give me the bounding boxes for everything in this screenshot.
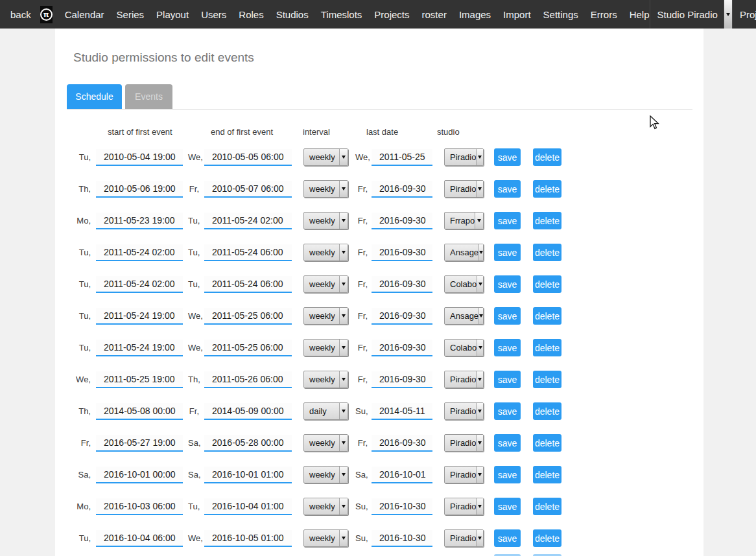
delete-button[interactable]: delete — [533, 244, 561, 261]
last-date-input[interactable] — [372, 181, 432, 198]
nav-menu-item[interactable]: Users — [201, 9, 226, 20]
last-date-input[interactable] — [372, 435, 432, 452]
chevron-down-icon[interactable] — [339, 403, 348, 419]
start-of-first-event-input[interactable] — [96, 371, 183, 388]
interval-select[interactable]: weekly — [303, 498, 348, 515]
nav-menu-item[interactable]: Calendar — [65, 9, 104, 20]
studio-select[interactable]: Piradio — [444, 148, 484, 166]
chevron-down-icon[interactable] — [477, 340, 483, 356]
studio-select[interactable]: Piradio — [444, 180, 484, 198]
nav-menu-item[interactable]: Help — [630, 9, 650, 20]
project-dropdown[interactable]: Project 88vier — [732, 0, 756, 29]
end-of-first-event-input[interactable] — [204, 308, 292, 325]
pi-radio-logo-icon[interactable]: π — [40, 6, 53, 23]
end-of-first-event-input[interactable] — [204, 467, 292, 483]
end-of-first-event-input[interactable] — [204, 213, 292, 229]
save-button[interactable]: save — [494, 498, 521, 515]
end-of-first-event-input[interactable] — [204, 276, 292, 293]
tab-schedule[interactable]: Schedule — [67, 84, 122, 109]
interval-select[interactable]: weekly — [303, 339, 348, 356]
interval-select[interactable]: weekly — [303, 180, 348, 198]
last-date-input[interactable] — [372, 276, 432, 293]
save-button[interactable]: save — [494, 180, 521, 198]
tab-events[interactable]: Events — [125, 84, 172, 109]
save-button[interactable]: save — [494, 212, 521, 229]
end-of-first-event-input[interactable] — [204, 244, 292, 261]
start-of-first-event-input[interactable] — [96, 244, 183, 261]
studio-select[interactable]: Piradio — [444, 402, 484, 420]
delete-button[interactable]: delete — [533, 371, 561, 388]
chevron-down-icon[interactable] — [476, 371, 483, 388]
save-button[interactable]: save — [494, 434, 521, 452]
chevron-down-icon[interactable] — [478, 244, 483, 261]
chevron-down-icon[interactable] — [339, 244, 348, 261]
interval-select[interactable]: daily — [303, 402, 348, 420]
start-of-first-event-input[interactable] — [96, 213, 183, 229]
end-of-first-event-input[interactable] — [204, 181, 292, 198]
delete-button[interactable]: delete — [533, 180, 561, 198]
studio-select[interactable]: Piradio — [444, 466, 484, 483]
start-of-first-event-input[interactable] — [96, 467, 183, 483]
delete-button[interactable]: delete — [533, 275, 561, 293]
end-of-first-event-input[interactable] — [204, 340, 292, 356]
interval-select[interactable]: weekly — [303, 466, 348, 483]
studio-select[interactable]: Piradio — [444, 498, 484, 515]
studio-select[interactable]: Piradio — [444, 434, 484, 452]
chevron-down-icon[interactable] — [478, 308, 483, 324]
start-of-first-event-input[interactable] — [96, 340, 183, 356]
last-date-input[interactable] — [372, 213, 432, 229]
studio-select[interactable]: Piradio — [444, 371, 484, 388]
last-date-input[interactable] — [372, 371, 432, 388]
save-button[interactable]: save — [494, 275, 521, 293]
nav-menu-item[interactable]: Series — [117, 9, 145, 20]
chevron-down-icon[interactable] — [339, 213, 348, 229]
save-button[interactable]: save — [494, 371, 521, 388]
last-date-input[interactable] — [372, 149, 432, 166]
start-of-first-event-input[interactable] — [96, 149, 183, 166]
interval-select[interactable]: weekly — [303, 244, 348, 261]
chevron-down-icon[interactable] — [476, 181, 483, 197]
nav-menu-item[interactable]: Studios — [276, 9, 309, 20]
interval-select[interactable]: weekly — [303, 307, 348, 325]
chevron-down-icon[interactable] — [339, 371, 348, 388]
chevron-down-icon[interactable] — [339, 308, 348, 324]
delete-button[interactable]: delete — [533, 212, 561, 229]
chevron-down-icon[interactable] — [476, 498, 483, 515]
interval-select[interactable]: weekly — [303, 371, 348, 388]
nav-menu-item[interactable]: Images — [459, 9, 491, 20]
nav-menu-item[interactable]: Settings — [543, 9, 578, 20]
chevron-down-icon[interactable] — [339, 149, 348, 165]
nav-menu-item[interactable]: Import — [503, 9, 531, 20]
chevron-down-icon[interactable] — [339, 498, 348, 515]
studio-select[interactable]: Colabo — [444, 275, 484, 293]
end-of-first-event-input[interactable] — [204, 403, 292, 420]
chevron-down-icon[interactable] — [339, 181, 348, 197]
last-date-input[interactable] — [372, 403, 432, 420]
last-date-input[interactable] — [372, 308, 432, 325]
nav-menu-item[interactable]: Projects — [374, 9, 409, 20]
nav-menu-item[interactable]: Timeslots — [321, 9, 362, 20]
delete-button[interactable]: delete — [533, 339, 561, 356]
studio-dropdown[interactable]: Studio Piradio — [650, 0, 732, 29]
chevron-down-icon[interactable] — [339, 276, 348, 292]
last-date-input[interactable] — [372, 530, 432, 547]
end-of-first-event-input[interactable] — [204, 530, 292, 547]
save-button[interactable]: save — [494, 466, 521, 483]
studio-select[interactable]: Colabo — [444, 339, 484, 356]
start-of-first-event-input[interactable] — [96, 435, 183, 452]
chevron-down-icon[interactable] — [476, 149, 483, 165]
start-of-first-event-input[interactable] — [96, 181, 183, 198]
interval-select[interactable]: weekly — [303, 212, 348, 229]
save-button[interactable]: save — [494, 307, 521, 325]
interval-select[interactable]: weekly — [303, 529, 348, 547]
delete-button[interactable]: delete — [533, 498, 561, 515]
end-of-first-event-input[interactable] — [204, 371, 292, 388]
save-button[interactable]: save — [494, 148, 521, 166]
save-button[interactable]: save — [494, 529, 521, 547]
interval-select[interactable]: weekly — [303, 434, 348, 452]
chevron-down-icon[interactable] — [477, 276, 483, 292]
chevron-down-icon[interactable] — [476, 530, 483, 546]
studio-select[interactable]: Ansage — [444, 244, 484, 261]
chevron-down-icon[interactable] — [339, 467, 348, 483]
start-of-first-event-input[interactable] — [96, 530, 183, 547]
